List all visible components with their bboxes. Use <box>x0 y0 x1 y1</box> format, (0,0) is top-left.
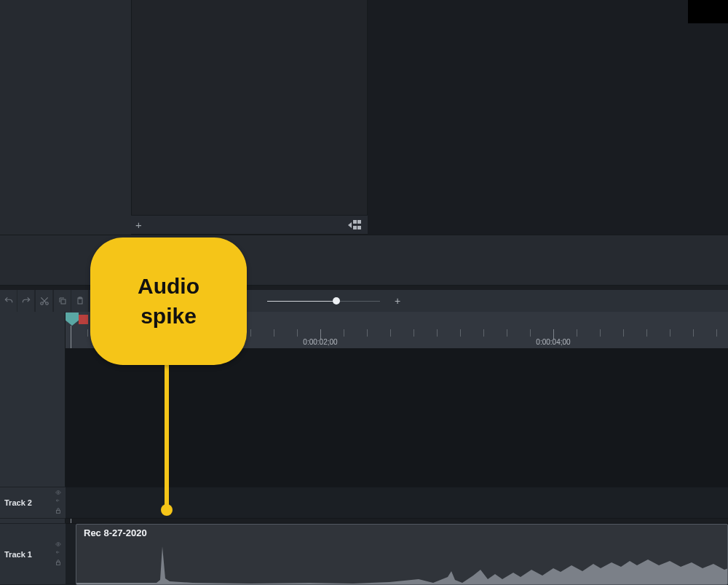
track-2-label: Track 2 <box>0 498 54 507</box>
preview-view-grid-button[interactable] <box>348 220 363 230</box>
redo-button[interactable] <box>17 290 35 312</box>
track-1-label: Track 1 <box>0 550 54 559</box>
track-2-header[interactable]: Track 2 <box>0 487 66 519</box>
zoom-in-icon[interactable]: + <box>395 295 400 307</box>
preview-add-icon[interactable]: + <box>135 219 142 231</box>
clip-title: Rec 8-27-2020 <box>84 527 147 538</box>
track-link-icon[interactable] <box>54 498 63 506</box>
zoom-slider[interactable]: + <box>267 295 400 307</box>
media-bin-panel <box>0 0 131 239</box>
track-lock-icon[interactable] <box>54 507 63 516</box>
svg-rect-10 <box>57 511 60 514</box>
annotation-pointer-stem <box>165 363 169 509</box>
svg-rect-12 <box>57 562 60 565</box>
zoom-slider-track[interactable] <box>267 301 380 302</box>
annotation-callout: Audio spike <box>90 237 247 365</box>
collapse-left-icon <box>348 222 352 228</box>
track-visibility-icon[interactable] <box>54 541 63 549</box>
track-link-icon[interactable] <box>54 550 63 557</box>
canvas-panel <box>368 0 728 235</box>
svg-point-9 <box>58 492 59 493</box>
paste-button[interactable] <box>71 290 89 312</box>
waveform-icon <box>76 539 728 584</box>
playhead-teal-marker-icon <box>66 313 79 326</box>
annotation-text-line1: Audio <box>138 272 199 302</box>
audio-clip[interactable]: Rec 8-27-2020 <box>76 524 728 585</box>
playhead-handle[interactable] <box>66 313 86 327</box>
preview-panel <box>131 0 368 235</box>
svg-point-1 <box>45 302 48 305</box>
track-1-header[interactable]: Track 1 <box>0 523 66 585</box>
preview-toolbar: + <box>131 215 368 235</box>
svg-rect-2 <box>61 299 66 304</box>
annotation-pointer-dot <box>161 504 173 516</box>
ruler-tick-label: 0:00:04;00 <box>536 338 570 346</box>
zoom-slider-thumb[interactable] <box>333 297 340 305</box>
playhead-red-marker-icon <box>79 315 88 324</box>
undo-button[interactable] <box>0 290 17 312</box>
track-visibility-icon[interactable] <box>54 490 63 497</box>
ruler-tick-label: 0:00:02;00 <box>303 338 337 346</box>
svg-point-0 <box>40 302 43 305</box>
track-1-lane[interactable]: Rec 8-27-2020 <box>66 523 728 585</box>
copy-button[interactable] <box>54 290 71 312</box>
annotation-text-line2: spike <box>141 302 197 331</box>
track-lock-icon[interactable] <box>54 559 63 568</box>
cut-button[interactable] <box>36 290 53 312</box>
svg-point-11 <box>58 543 59 545</box>
grid-icon <box>353 220 363 230</box>
corner-black-region <box>688 0 728 23</box>
